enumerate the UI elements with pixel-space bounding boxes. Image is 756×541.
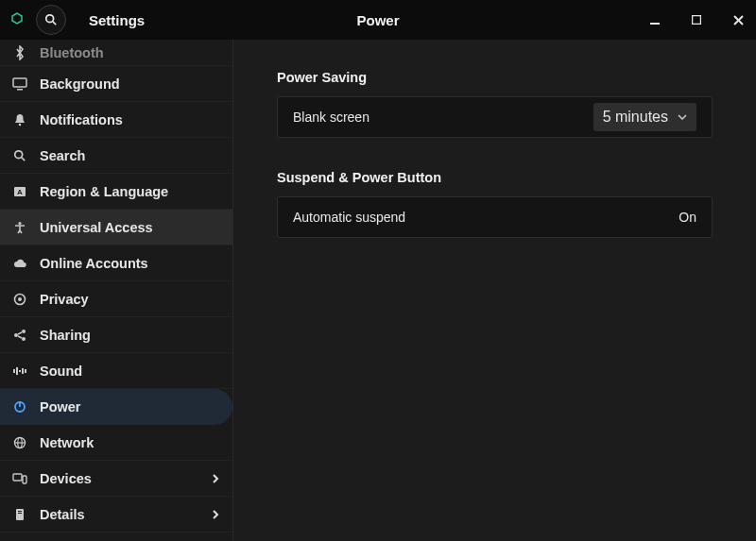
sidebar-item-label: Region & Language bbox=[40, 184, 168, 199]
chevron-right-icon bbox=[212, 474, 219, 483]
blank-screen-value: 5 minutes bbox=[603, 109, 668, 126]
sidebar-item-label: Power bbox=[40, 399, 81, 414]
automatic-suspend-value: On bbox=[679, 210, 696, 225]
window-body: Bluetooth Background Notifications bbox=[0, 40, 756, 541]
svg-text:A: A bbox=[17, 188, 23, 196]
sidebar-item-background[interactable]: Background bbox=[0, 66, 232, 102]
section-title-power-saving: Power Saving bbox=[277, 70, 713, 85]
svg-line-1 bbox=[53, 22, 56, 25]
sidebar-item-online-accounts[interactable]: Online Accounts bbox=[0, 245, 232, 281]
svg-rect-20 bbox=[16, 367, 18, 375]
sidebar-item-notifications[interactable]: Notifications bbox=[0, 102, 232, 138]
svg-rect-22 bbox=[22, 368, 24, 374]
sidebar-item-label: Sound bbox=[40, 363, 82, 379]
sidebar-item-privacy[interactable]: Privacy bbox=[0, 281, 232, 317]
window-controls bbox=[646, 11, 747, 28]
svg-point-13 bbox=[18, 221, 21, 224]
section-title-suspend: Suspend & Power Button bbox=[277, 170, 713, 185]
minimize-button[interactable] bbox=[646, 11, 663, 28]
sidebar-item-network[interactable]: Network bbox=[0, 425, 232, 461]
sidebar-item-search[interactable]: Search bbox=[0, 138, 232, 174]
main-panel: Power Saving Blank screen 5 minutes Susp… bbox=[233, 40, 756, 541]
automatic-suspend-row[interactable]: Automatic suspend On bbox=[278, 197, 712, 237]
sound-icon bbox=[11, 363, 28, 380]
svg-rect-3 bbox=[693, 16, 701, 25]
sidebar-item-universal-access[interactable]: Universal Access bbox=[0, 210, 232, 245]
svg-rect-32 bbox=[18, 511, 22, 512]
maximize-button[interactable] bbox=[688, 11, 705, 28]
svg-rect-6 bbox=[13, 78, 26, 87]
svg-rect-21 bbox=[19, 370, 21, 372]
sidebar-item-label: Online Accounts bbox=[40, 256, 148, 271]
monitor-icon bbox=[11, 76, 28, 93]
privacy-icon bbox=[11, 291, 28, 308]
sidebar-item-label: Notifications bbox=[40, 112, 123, 127]
sidebar-item-label: Network bbox=[40, 435, 94, 450]
app-title: Settings bbox=[89, 12, 145, 28]
bluetooth-icon bbox=[11, 44, 28, 61]
svg-rect-2 bbox=[650, 23, 660, 25]
sidebar-item-sound[interactable]: Sound bbox=[0, 353, 232, 389]
settings-window: Settings Power Bluetooth bbox=[0, 0, 756, 541]
sidebar-item-devices[interactable]: Devices bbox=[0, 461, 232, 497]
svg-point-15 bbox=[18, 297, 22, 301]
svg-rect-31 bbox=[16, 509, 24, 520]
svg-point-16 bbox=[22, 330, 26, 333]
close-button[interactable] bbox=[730, 11, 747, 28]
sidebar-item-label: Details bbox=[40, 507, 85, 522]
sidebar-item-label: Background bbox=[40, 76, 120, 92]
svg-rect-7 bbox=[17, 89, 23, 91]
sidebar-list: Bluetooth Background Notifications bbox=[0, 40, 232, 533]
suspend-group: Automatic suspend On bbox=[277, 196, 713, 238]
chevron-right-icon bbox=[212, 510, 219, 519]
sidebar-item-label: Privacy bbox=[40, 292, 89, 307]
blank-screen-row[interactable]: Blank screen 5 minutes bbox=[278, 97, 712, 137]
sidebar-item-region[interactable]: A Region & Language bbox=[0, 174, 232, 210]
sidebar-item-label: Search bbox=[40, 148, 85, 163]
sidebar-item-label: Bluetooth bbox=[40, 45, 104, 60]
bell-icon bbox=[11, 111, 28, 128]
svg-rect-30 bbox=[23, 476, 26, 483]
globe-icon bbox=[11, 434, 28, 451]
svg-point-17 bbox=[14, 333, 18, 337]
svg-line-10 bbox=[22, 157, 25, 160]
svg-point-0 bbox=[46, 15, 54, 23]
cloud-icon bbox=[11, 255, 28, 272]
language-icon: A bbox=[11, 183, 28, 200]
svg-point-18 bbox=[22, 337, 26, 341]
sidebar: Bluetooth Background Notifications bbox=[0, 40, 233, 541]
chevron-down-icon bbox=[678, 114, 687, 120]
svg-rect-23 bbox=[25, 369, 26, 373]
sidebar-item-details[interactable]: Details bbox=[0, 497, 232, 533]
svg-point-9 bbox=[15, 150, 23, 158]
info-icon bbox=[11, 506, 28, 523]
power-icon bbox=[11, 398, 28, 415]
search-icon bbox=[11, 147, 28, 164]
sidebar-item-bluetooth[interactable]: Bluetooth bbox=[0, 40, 232, 66]
svg-point-8 bbox=[19, 123, 22, 126]
svg-rect-33 bbox=[18, 513, 22, 514]
titlebar: Settings Power bbox=[0, 0, 756, 40]
sidebar-item-power[interactable]: Power bbox=[0, 389, 232, 425]
svg-rect-19 bbox=[13, 369, 15, 373]
panel-title: Power bbox=[356, 12, 399, 28]
svg-rect-29 bbox=[13, 474, 22, 481]
devices-icon bbox=[11, 470, 28, 487]
automatic-suspend-label: Automatic suspend bbox=[293, 210, 405, 225]
sidebar-item-label: Universal Access bbox=[40, 220, 153, 235]
power-saving-group: Blank screen 5 minutes bbox=[277, 96, 713, 138]
search-button[interactable] bbox=[36, 5, 66, 35]
activities-icon[interactable] bbox=[8, 10, 26, 29]
titlebar-left: Settings bbox=[0, 5, 145, 35]
sidebar-item-sharing[interactable]: Sharing bbox=[0, 317, 232, 353]
blank-screen-label: Blank screen bbox=[293, 110, 369, 125]
share-icon bbox=[11, 327, 28, 344]
sidebar-item-label: Sharing bbox=[40, 328, 91, 343]
sidebar-item-label: Devices bbox=[40, 471, 92, 486]
blank-screen-dropdown[interactable]: 5 minutes bbox=[593, 103, 696, 131]
accessibility-icon bbox=[11, 219, 28, 236]
